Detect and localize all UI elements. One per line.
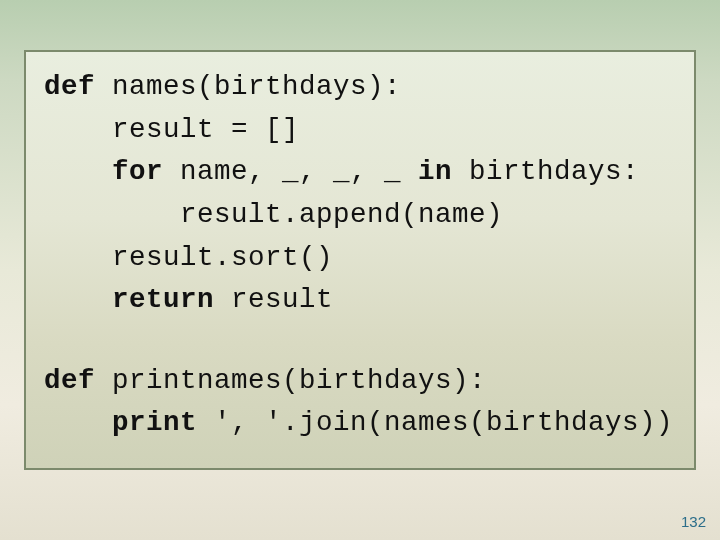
code-line-8: print ', '.join(names(birthdays)) — [44, 402, 676, 445]
keyword-def: def — [44, 365, 95, 396]
code-text: result = [] — [44, 114, 299, 145]
code-line-3: for name, _, _, _ in birthdays: — [44, 151, 676, 194]
slide: def names(birthdays): result = [] for na… — [0, 0, 720, 540]
keyword-return: return — [112, 284, 214, 315]
code-line-7: def printnames(birthdays): — [44, 360, 676, 403]
code-text: result.sort() — [44, 242, 333, 273]
code-text — [44, 284, 112, 315]
code-line-1: def names(birthdays): — [44, 66, 676, 109]
code-text: name, _, _, _ — [163, 156, 418, 187]
code-text: names(birthdays): — [95, 71, 401, 102]
code-line-2: result = [] — [44, 109, 676, 152]
code-text — [44, 156, 112, 187]
code-text: result — [214, 284, 333, 315]
code-text — [44, 407, 112, 438]
code-text: ', '.join(names(birthdays)) — [197, 407, 673, 438]
code-line-5: result.sort() — [44, 237, 676, 280]
keyword-print: print — [112, 407, 197, 438]
keyword-for: for — [112, 156, 163, 187]
code-text: birthdays: — [452, 156, 639, 187]
code-line-6: return result — [44, 279, 676, 322]
code-box: def names(birthdays): result = [] for na… — [24, 50, 696, 470]
keyword-def: def — [44, 71, 95, 102]
page-number: 132 — [681, 513, 706, 530]
code-text: result.append(name) — [44, 199, 503, 230]
blank-line — [44, 322, 676, 360]
keyword-in: in — [418, 156, 452, 187]
code-line-4: result.append(name) — [44, 194, 676, 237]
code-text: printnames(birthdays): — [95, 365, 486, 396]
